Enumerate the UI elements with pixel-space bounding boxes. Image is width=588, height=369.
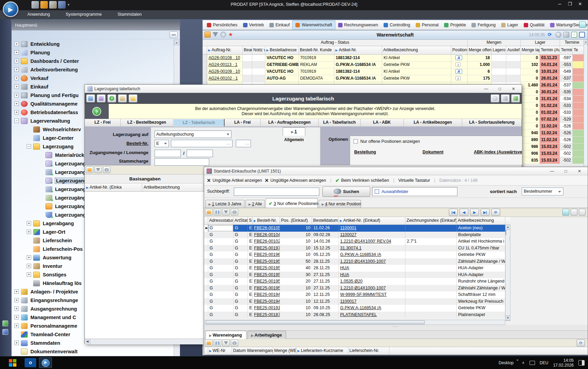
tab-pers-nliches[interactable]: Persönliches bbox=[204, 20, 240, 29]
anr-link[interactable]: 1100001 bbox=[340, 226, 357, 230]
toolbar-ungültige-adressen-anzeigen[interactable]: ✕Ungültige Adressen anzeigen bbox=[265, 178, 326, 183]
toolbar-beim-verlinken-schließen[interactable]: ✔Beim Verlinken schließen bbox=[335, 178, 389, 183]
lz-tab-lz-bestellbezogen[interactable]: LZ - Bestellbezogen bbox=[121, 119, 173, 126]
menu-stammdaten[interactable]: Stammdaten bbox=[113, 10, 147, 18]
position-type-icon[interactable]: A bbox=[455, 55, 462, 60]
cube-export-icon[interactable] bbox=[511, 94, 520, 102]
scroll-handle[interactable] bbox=[506, 230, 506, 235]
dokument-link[interactable]: Dokument bbox=[423, 150, 443, 154]
we-column-lieferschein-nr-[interactable]: Lieferschein-Nr. bbox=[348, 347, 389, 355]
lagerzugang-auf-select[interactable]: Aufteilungsbuchung bbox=[155, 131, 231, 138]
scroll-down-icon[interactable]: ▼ bbox=[506, 315, 510, 320]
prev-record-button[interactable]: ◀ bbox=[459, 209, 468, 216]
bnr-link[interactable]: FBE25-00187 bbox=[254, 312, 280, 317]
expand-icon[interactable]: + bbox=[14, 67, 19, 72]
expand-icon[interactable]: + bbox=[27, 255, 31, 260]
close-button[interactable]: ✕ bbox=[507, 85, 520, 93]
expand-icon[interactable]: + bbox=[14, 84, 19, 89]
filter-tab-2[interactable]: ▶2 Alle bbox=[245, 200, 265, 208]
se-column-bnr[interactable]: ▶Bestell-Nr. bbox=[253, 217, 280, 224]
bnr-link[interactable]: FBE26-00105 bbox=[254, 226, 280, 230]
bnr-link[interactable]: FBE26-00104 bbox=[254, 232, 280, 237]
anr-link[interactable]: 1.2210 Ø14X1000-1007 bbox=[340, 259, 386, 264]
maximize-pane-icon[interactable] bbox=[579, 209, 586, 216]
se-column-pos[interactable]: Pos. (Einkauf) bbox=[280, 217, 312, 224]
se-table-row[interactable]: GGEFBE25-001911009.10.25G.PKW.A-1168534 … bbox=[204, 305, 510, 312]
sidebar-item-verkauf[interactable]: +Verkauf bbox=[12, 74, 174, 82]
se-table-row[interactable]: GGEFBE25-001961005.12.25G.PKW.A-1168534 … bbox=[204, 251, 510, 258]
we-column-datum-wareneingang[interactable]: Datum Wareneingang bbox=[232, 347, 273, 355]
next-record-button[interactable]: ▶ bbox=[470, 209, 479, 216]
ww-column-bear[interactable]: Bear bbox=[243, 46, 252, 54]
auswahlfelder-checkbox[interactable] bbox=[375, 189, 379, 194]
bestellnr-label[interactable]: Bestell-Nr. bbox=[126, 141, 148, 146]
pane-splitter[interactable]: ''''' bbox=[204, 325, 588, 331]
clock[interactable]: 14:05 17.02.2026 bbox=[553, 358, 574, 368]
tab-vertrieb[interactable]: Vertrieb bbox=[240, 20, 267, 29]
ww-column-anr[interactable]: ▶Artikel-Nr. bbox=[334, 46, 382, 54]
split-view-icon[interactable] bbox=[214, 340, 221, 346]
scroll-up-icon[interactable]: ▲ bbox=[506, 225, 510, 230]
ww-column-moffen[interactable]: Menge offen bbox=[468, 46, 492, 54]
bnr-link[interactable]: FBE25-00194 bbox=[254, 299, 280, 304]
toolbar-virtuelle-tastatur[interactable]: Virtuelle Tastatur bbox=[398, 178, 430, 183]
einkaufsuche-titlebar[interactable]: Standard-Einkaufsuche (LIMIT 1501) — □ ✕ bbox=[204, 167, 588, 175]
expand-icon[interactable]: + bbox=[14, 50, 19, 55]
filter-tab-3[interactable]: ✔3 Nur offene Positionen bbox=[266, 198, 318, 208]
anr-link[interactable]: 1.2210 Ø14X1000-1007 bbox=[340, 286, 386, 290]
expand-icon[interactable]: + bbox=[14, 101, 19, 106]
we-column-we-nr[interactable]: ▶WE-Nr bbox=[208, 347, 232, 355]
se-column-dat[interactable]: Bestelldatum bbox=[312, 217, 339, 224]
se-column-art[interactable]: ArtStat bbox=[233, 217, 248, 224]
close-button[interactable]: ✕ bbox=[575, 1, 585, 6]
ww-table-row[interactable]: AG26-00108 · 10VACUTEC HO70109191881382-… bbox=[203, 55, 588, 62]
expand-icon[interactable]: + bbox=[14, 42, 19, 46]
clock-icon[interactable] bbox=[556, 32, 561, 38]
help-button[interactable]: ? bbox=[85, 104, 109, 119]
se-table-row[interactable]: GGEFBE25-001952027.11.251.0535 Ø20Rundro… bbox=[204, 278, 510, 285]
menu-systemprogramme[interactable]: Systemprogramme bbox=[61, 10, 107, 18]
refresh-icon[interactable]: ⟳ bbox=[548, 32, 553, 38]
scroll-left-icon[interactable]: ◀ bbox=[85, 339, 90, 344]
expand-icon[interactable]: + bbox=[14, 93, 19, 97]
tab-warenwirtschaft[interactable]: Warenwirtschaft bbox=[292, 20, 335, 29]
tab-lager[interactable]: Lager bbox=[498, 20, 521, 29]
minimize-button[interactable]: — bbox=[545, 167, 559, 175]
se-column-anr[interactable]: ▶Artikel-Nr. (Einkauf) bbox=[339, 217, 405, 224]
column-artikel-nr[interactable]: ▶Artikel-Nr. (Einka bbox=[85, 183, 142, 191]
start-button[interactable] bbox=[9, 359, 16, 367]
se-table-row[interactable]: GGEFBE25-001971015.12.2531.30074.1CU 1L … bbox=[204, 245, 510, 252]
se-column-a[interactable]: Adressstatus bbox=[208, 217, 233, 224]
tray-expand-icon[interactable]: ∧ bbox=[522, 360, 525, 365]
search-icon[interactable] bbox=[231, 209, 238, 216]
sidebar-item-arbeitsvorbereitung[interactable]: +Arbeitsvorbereitung bbox=[12, 65, 174, 74]
se-column-zi[interactable]: Zeichnungsindex (Einkauf) bbox=[405, 217, 457, 224]
filter-icon[interactable] bbox=[222, 340, 230, 346]
prodat-logo[interactable] bbox=[3, 1, 18, 17]
first-record-button[interactable]: |◀ bbox=[449, 209, 458, 216]
position-type-icon[interactable]: a bbox=[455, 63, 461, 67]
maximize-button[interactable]: □ bbox=[493, 85, 507, 93]
ww-column-notiz[interactable]: Notiz v bbox=[252, 46, 265, 54]
se-table-row[interactable]: GGEFBE25-001955028.11.251.2210 Ø14X1000-… bbox=[204, 258, 510, 265]
bnr-link[interactable]: FBE25-00195 bbox=[254, 272, 280, 277]
tab-einkauf[interactable]: Einkauf bbox=[267, 20, 293, 29]
clock-icon[interactable] bbox=[491, 94, 499, 102]
auftrag-link[interactable]: AG26-00109 · 10 bbox=[209, 69, 240, 74]
new-window-icon[interactable] bbox=[579, 22, 586, 28]
ww-column-pos[interactable]: Positions bbox=[451, 46, 468, 54]
tab-fertigung[interactable]: Fertigung bbox=[469, 20, 498, 29]
basisangaben-hscrollbar[interactable]: ◀ bbox=[85, 339, 205, 344]
bestellnr-prefix-select[interactable]: E bbox=[155, 140, 169, 147]
lz-tab-la-sofortauslieferung[interactable]: LA - Sofortauslieferung bbox=[462, 119, 522, 126]
bnr-link[interactable]: FBE25-00195 bbox=[254, 259, 280, 264]
anr-link[interactable]: 1100027 bbox=[340, 232, 357, 237]
column-artikelbezeichnung[interactable]: Artikelbezeichnung bbox=[142, 183, 204, 191]
ww-column-badr[interactable]: ▶Bestelladresse bbox=[265, 46, 299, 54]
tab-projekte[interactable]: Projekte bbox=[441, 20, 469, 29]
glasses-icon[interactable]: 👓 bbox=[170, 31, 178, 38]
bottom-tab-arbeitsgänge[interactable]: ▶Arbeitsgänge bbox=[248, 331, 286, 339]
anr-link[interactable]: G.PKW.A-1168534 /A bbox=[340, 305, 381, 310]
outlook-taskbar-icon[interactable]: o bbox=[25, 358, 36, 367]
ww-table-row[interactable]: AG24-00113 · 1GETRIEBE-GMBHREKLAMG.PKW.A… bbox=[203, 62, 588, 68]
